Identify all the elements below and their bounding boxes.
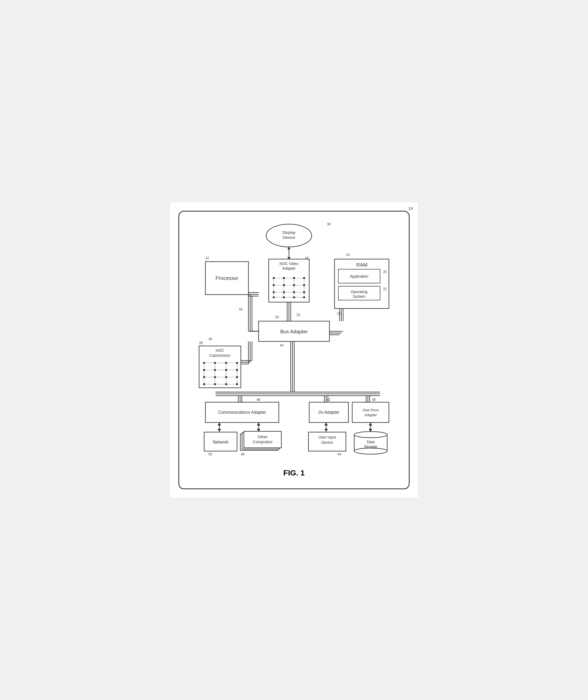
svg-point-16 bbox=[273, 291, 275, 293]
other-comp-label-2: Computers bbox=[253, 440, 273, 444]
display-device-label-line1: Display bbox=[282, 230, 296, 235]
processor-label: Processor bbox=[216, 275, 238, 281]
ref-22: 22 bbox=[383, 287, 387, 291]
noc-video-label-1: NOC Video bbox=[279, 262, 299, 266]
svg-point-41 bbox=[214, 376, 216, 378]
ref-30: 30 bbox=[327, 222, 331, 226]
ref-38: 38 bbox=[372, 398, 376, 402]
noc-cop-label-2: Coprocessor bbox=[209, 354, 231, 358]
svg-point-15 bbox=[303, 284, 305, 286]
os-label-2: System bbox=[353, 294, 365, 298]
data-storage-bottom bbox=[354, 448, 387, 454]
svg-point-23 bbox=[303, 296, 305, 298]
svg-point-32 bbox=[203, 362, 205, 364]
svg-point-36 bbox=[203, 369, 205, 371]
io-adapter-label: I/o Adapter bbox=[319, 410, 339, 415]
ref-32: 32 bbox=[296, 313, 300, 317]
uid-label-2: Device bbox=[321, 441, 333, 445]
svg-point-39 bbox=[236, 369, 238, 371]
svg-point-37 bbox=[214, 369, 216, 371]
comm-to-net-up-head bbox=[217, 423, 221, 426]
svg-point-21 bbox=[283, 296, 285, 298]
ref-18: 18 bbox=[275, 315, 279, 319]
svg-point-13 bbox=[283, 284, 285, 286]
svg-point-38 bbox=[225, 369, 227, 371]
disk-adapter-label-2: Adapter bbox=[364, 413, 377, 417]
svg-point-47 bbox=[236, 383, 238, 385]
disk-adapter-box bbox=[352, 402, 389, 423]
noc-video-label-2: Adapter bbox=[282, 266, 296, 270]
svg-point-9 bbox=[283, 277, 285, 279]
svg-point-19 bbox=[303, 291, 305, 293]
application-label: Application bbox=[350, 274, 368, 278]
svg-point-42 bbox=[225, 376, 227, 378]
display-device-label-line2: Device bbox=[283, 235, 295, 240]
svg-point-33 bbox=[214, 362, 216, 364]
ref-40: 40 bbox=[280, 343, 284, 347]
io-to-uid-up-head bbox=[324, 423, 328, 426]
fig-label: FIG. 1 bbox=[190, 469, 398, 478]
io-to-uid-dn-head bbox=[324, 429, 328, 432]
svg-point-34 bbox=[225, 362, 227, 364]
svg-point-18 bbox=[293, 291, 295, 293]
svg-point-22 bbox=[293, 296, 295, 298]
data-storage-label-1: Data bbox=[367, 440, 375, 444]
svg-point-35 bbox=[236, 362, 238, 364]
svg-point-45 bbox=[214, 383, 216, 385]
ref-16: 16 bbox=[337, 311, 341, 315]
svg-point-44 bbox=[203, 383, 205, 385]
other-comp-label-1: Other bbox=[258, 435, 268, 439]
svg-point-8 bbox=[273, 277, 275, 279]
ram-label: RAM bbox=[356, 262, 367, 268]
diagram-border: 10 30 Display Device 26 NOC Video Adapte… bbox=[178, 211, 410, 489]
ref-12: 12 bbox=[205, 256, 209, 260]
comm-to-oth-up-head bbox=[257, 423, 260, 426]
bus-adapter-label: Bus Adapter bbox=[280, 328, 308, 334]
noc-cop-label-1: NOC bbox=[216, 348, 224, 353]
comm-to-net-dn-head bbox=[217, 429, 221, 432]
ref-20: 20 bbox=[383, 270, 387, 274]
ref-48: 48 bbox=[241, 452, 245, 456]
svg-point-46 bbox=[225, 383, 227, 385]
ref-14: 14 bbox=[346, 253, 350, 257]
svg-point-12 bbox=[273, 284, 275, 286]
ref-34: 34 bbox=[239, 307, 243, 311]
data-storage-label-2: Storage bbox=[364, 445, 377, 449]
ref-10: 10 bbox=[408, 206, 413, 211]
ref-46: 46 bbox=[257, 398, 260, 402]
diagram-svg: 30 Display Device 26 NOC Video Adapter bbox=[190, 220, 398, 463]
ref-28: 28 bbox=[199, 341, 203, 345]
ref-50: 50 bbox=[208, 452, 212, 456]
svg-point-14 bbox=[293, 284, 295, 286]
data-storage-top bbox=[354, 432, 387, 438]
ref-42: 42 bbox=[327, 398, 331, 402]
svg-point-43 bbox=[236, 376, 238, 378]
disk-to-ds-up-head bbox=[369, 423, 372, 426]
ref-44: 44 bbox=[337, 452, 341, 456]
svg-point-20 bbox=[273, 296, 275, 298]
uid-label-1: User Input bbox=[319, 436, 336, 440]
os-label-1: Operating bbox=[351, 290, 367, 294]
svg-point-10 bbox=[293, 277, 295, 279]
page-container: 10 30 Display Device 26 NOC Video Adapte… bbox=[170, 202, 418, 498]
svg-point-11 bbox=[303, 277, 305, 279]
ref-36: 36 bbox=[208, 337, 212, 341]
svg-point-40 bbox=[203, 376, 205, 378]
disk-adapter-label-1: Disk Drive bbox=[363, 408, 379, 412]
network-label: Network bbox=[213, 440, 228, 444]
svg-point-17 bbox=[283, 291, 285, 293]
comm-adapter-label: Communications Adapter bbox=[218, 410, 266, 415]
